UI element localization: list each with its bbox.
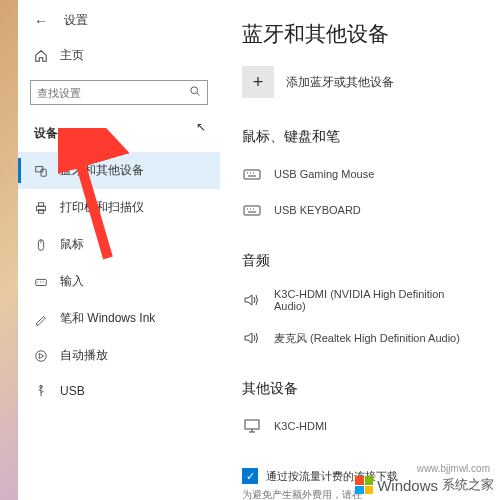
- pen-icon: [34, 312, 48, 326]
- svg-line-1: [197, 93, 200, 96]
- checkbox-checked-icon: ✓: [242, 468, 258, 484]
- keyboard-icon: [34, 275, 48, 289]
- sidebar-item-label: 笔和 Windows Ink: [60, 310, 155, 327]
- category-title-audio: 音频: [242, 252, 478, 270]
- sidebar-item-label: 打印机和扫描仪: [60, 199, 144, 216]
- mouse-icon: [34, 238, 48, 252]
- home-label: 主页: [60, 47, 84, 64]
- watermark-url: www.bjjmwl.com: [417, 463, 490, 474]
- usb-icon: [34, 384, 48, 398]
- back-button[interactable]: ←: [34, 13, 48, 29]
- watermark-suffix: 系统之家: [442, 476, 494, 494]
- sidebar-item-label: USB: [60, 384, 85, 398]
- svg-point-13: [36, 350, 47, 361]
- page-title: 蓝牙和其他设备: [242, 20, 478, 48]
- sidebar-item-pen[interactable]: 笔和 Windows Ink: [18, 300, 220, 337]
- sidebar-item-bluetooth[interactable]: 蓝牙和其他设备: [18, 152, 220, 189]
- home-nav[interactable]: 主页: [18, 37, 220, 74]
- svg-rect-3: [41, 169, 46, 176]
- printer-icon: [34, 201, 48, 215]
- sidebar-item-label: 自动播放: [60, 347, 108, 364]
- windows-logo-icon: [355, 476, 373, 494]
- watermark-brand: Windows: [377, 477, 438, 494]
- search-box[interactable]: [30, 80, 208, 105]
- category-title-input: 鼠标、键盘和笔: [242, 128, 478, 146]
- device-item[interactable]: 麦克风 (Realtek High Definition Audio): [242, 320, 478, 356]
- device-label: USB KEYBOARD: [274, 204, 361, 216]
- devices-icon: [34, 164, 48, 178]
- monitor-icon: [242, 416, 262, 436]
- watermark: Windows 系统之家: [355, 476, 494, 494]
- add-device-label: 添加蓝牙或其他设备: [286, 74, 394, 91]
- sidebar-item-label: 鼠标: [60, 236, 84, 253]
- device-item[interactable]: K3C-HDMI: [242, 408, 478, 444]
- keyboard-icon: [242, 200, 262, 220]
- svg-point-0: [191, 87, 198, 94]
- device-item[interactable]: K3C-HDMI (NVIDIA High Definition Audio): [242, 280, 478, 320]
- svg-rect-26: [245, 420, 259, 429]
- autoplay-icon: [34, 349, 48, 363]
- svg-rect-21: [244, 206, 260, 215]
- device-item[interactable]: USB KEYBOARD: [242, 192, 478, 228]
- sidebar-section-header: 设备: [18, 117, 220, 152]
- category-title-other: 其他设备: [242, 380, 478, 398]
- sidebar-item-label: 蓝牙和其他设备: [60, 162, 144, 179]
- device-label: 麦克风 (Realtek High Definition Audio): [274, 331, 460, 346]
- sidebar-item-usb[interactable]: USB: [18, 374, 220, 408]
- home-icon: [34, 49, 48, 63]
- plus-icon: +: [242, 66, 274, 98]
- device-label: K3C-HDMI: [274, 420, 327, 432]
- sidebar-item-typing[interactable]: 输入: [18, 263, 220, 300]
- device-label: K3C-HDMI (NVIDIA High Definition Audio): [274, 288, 478, 312]
- speaker-icon: [242, 328, 262, 348]
- speaker-icon: [242, 290, 262, 310]
- search-icon: [189, 85, 201, 100]
- device-item[interactable]: USB Gaming Mouse: [242, 156, 478, 192]
- metered-note: 为避免产生额外费用，请在你使用按流量计费的 Internet 连接时保持关闭状态…: [242, 488, 362, 500]
- add-device-button[interactable]: + 添加蓝牙或其他设备: [242, 66, 478, 98]
- keyboard-icon: [242, 164, 262, 184]
- svg-rect-16: [244, 170, 260, 179]
- sidebar-item-printers[interactable]: 打印机和扫描仪: [18, 189, 220, 226]
- sidebar-item-mouse[interactable]: 鼠标: [18, 226, 220, 263]
- device-label: USB Gaming Mouse: [274, 168, 374, 180]
- sidebar-item-label: 输入: [60, 273, 84, 290]
- search-input[interactable]: [37, 87, 189, 99]
- sidebar-item-autoplay[interactable]: 自动播放: [18, 337, 220, 374]
- svg-rect-5: [38, 202, 43, 206]
- settings-title: 设置: [64, 12, 88, 29]
